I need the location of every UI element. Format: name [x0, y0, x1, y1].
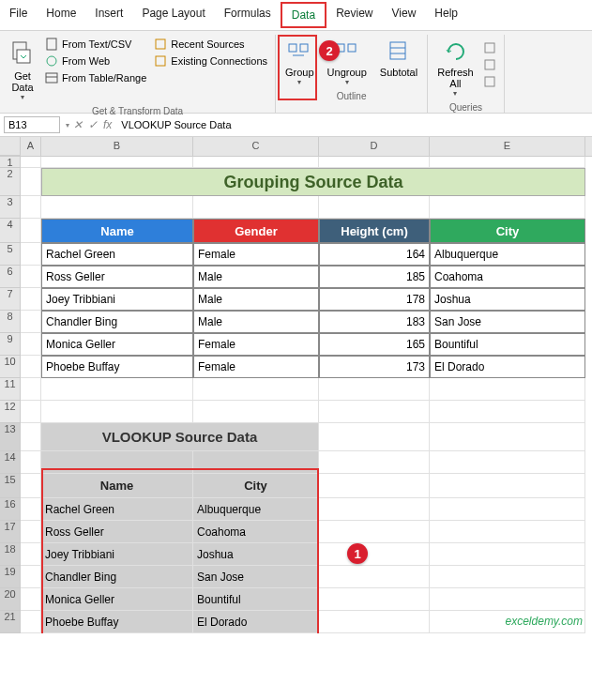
cell-city[interactable]: San Jose: [430, 311, 585, 333]
cell-city[interactable]: Bountiful: [430, 333, 585, 356]
cell-height[interactable]: 164: [319, 243, 430, 266]
header-name[interactable]: Name: [41, 219, 193, 243]
cell-gender[interactable]: Female: [193, 356, 319, 378]
subtotal-button[interactable]: Subtotal: [376, 37, 421, 88]
existing-connections-button[interactable]: Existing Connections: [152, 53, 269, 68]
refresh-all-button[interactable]: Refresh All ▾: [433, 37, 478, 99]
table-row: Joey Tribbiani Male 178 Joshua: [21, 288, 585, 311]
row-12[interactable]: 12: [0, 401, 21, 423]
row-4[interactable]: 4: [0, 219, 21, 243]
row-18[interactable]: 18: [0, 543, 21, 566]
header-height[interactable]: Height (cm): [319, 219, 430, 243]
select-all-cell[interactable]: [0, 137, 21, 156]
tab-view[interactable]: View: [383, 2, 426, 28]
cell-city[interactable]: El Dorado: [430, 356, 585, 378]
from-text-csv-button[interactable]: From Text/CSV: [43, 37, 148, 52]
row-7[interactable]: 7: [0, 288, 21, 311]
row-11[interactable]: 11: [0, 378, 21, 401]
row-15[interactable]: 15: [0, 474, 21, 498]
watermark: exceldemy.com: [506, 615, 583, 628]
cell-gender[interactable]: Female: [193, 333, 319, 356]
tab-help[interactable]: Help: [425, 2, 467, 28]
svg-point-3: [47, 56, 56, 66]
worksheet: A B C D E 1 2 3 4 5 6 7 8 9 10 11 12 13 …: [0, 137, 592, 633]
cell-city[interactable]: Coahoma: [430, 266, 585, 288]
name-box[interactable]: [4, 116, 60, 133]
row-5[interactable]: 5: [0, 243, 21, 266]
row-17[interactable]: 17: [0, 521, 21, 543]
col-E[interactable]: E: [430, 137, 585, 156]
table-row: Monica Geller Female 165 Bountiful: [21, 333, 585, 356]
chevron-down-icon: ▾: [345, 78, 349, 86]
queries-btn-1[interactable]: [481, 40, 498, 55]
col-B[interactable]: B: [41, 137, 193, 156]
header-city[interactable]: City: [430, 219, 585, 243]
tab-file[interactable]: File: [0, 2, 37, 28]
cell-gender[interactable]: Male: [193, 288, 319, 311]
cell-height[interactable]: 173: [319, 356, 430, 378]
row-16[interactable]: 16: [0, 498, 21, 521]
cell-name[interactable]: Monica Geller: [41, 333, 193, 356]
group-queries: Refresh All ▾ Queries: [428, 35, 505, 113]
tab-pagelayout[interactable]: Page Layout: [132, 2, 214, 28]
connections-icon: [154, 54, 167, 68]
enter-icon[interactable]: ✓: [88, 118, 98, 131]
col-D[interactable]: D: [319, 137, 430, 156]
cell-height[interactable]: 178: [319, 288, 430, 311]
vlookup-title[interactable]: VLOOKUP Source Data: [41, 423, 319, 451]
header-gender[interactable]: Gender: [193, 219, 319, 243]
row-19[interactable]: 19: [0, 566, 21, 588]
cell-height[interactable]: 165: [319, 333, 430, 356]
group-button[interactable]: Group ▾: [281, 37, 318, 88]
cancel-icon[interactable]: ✕: [73, 118, 83, 131]
get-data-icon: [9, 38, 36, 68]
queries-btn-2[interactable]: [481, 57, 498, 72]
row-2[interactable]: 2: [0, 168, 21, 196]
tab-review[interactable]: Review: [326, 2, 382, 28]
cell-name[interactable]: Phoebe Buffay: [41, 356, 193, 378]
cell-city[interactable]: Joshua: [430, 288, 585, 311]
row-21[interactable]: 21: [0, 611, 21, 633]
formula-bar[interactable]: VLOOKUP Source Data: [115, 117, 592, 132]
row-20[interactable]: 20: [0, 588, 21, 611]
tab-home[interactable]: Home: [37, 2, 85, 28]
cell-gender[interactable]: Female: [193, 243, 319, 266]
tab-formulas[interactable]: Formulas: [215, 2, 281, 28]
cell-gender[interactable]: Male: [193, 266, 319, 288]
row-13[interactable]: 13: [0, 423, 21, 451]
cell-name[interactable]: Joey Tribbiani: [41, 288, 193, 311]
row-3[interactable]: 3: [0, 196, 21, 219]
cell-gender[interactable]: Male: [193, 311, 319, 333]
cell-city[interactable]: Albuquerque: [430, 243, 585, 266]
formula-bar-row: ▾ ✕ ✓ fx VLOOKUP Source Data: [0, 114, 592, 137]
col-C[interactable]: C: [193, 137, 319, 156]
formula-bar-icons: ✕ ✓ fx: [69, 118, 115, 131]
fx-icon[interactable]: fx: [103, 118, 112, 131]
svg-rect-8: [289, 44, 296, 52]
get-data-button[interactable]: Get Data ▾: [6, 37, 39, 103]
cell-name[interactable]: Ross Geller: [41, 266, 193, 288]
group-label-outline: Outline: [281, 88, 421, 103]
cell-height[interactable]: 185: [319, 266, 430, 288]
row-9[interactable]: 9: [0, 333, 21, 356]
group-icon: [287, 38, 311, 65]
title-banner[interactable]: Grouping Source Data: [41, 168, 585, 196]
row-1[interactable]: 1: [0, 157, 21, 168]
row-6[interactable]: 6: [0, 266, 21, 288]
svg-rect-7: [156, 56, 165, 66]
row-8[interactable]: 8: [0, 311, 21, 333]
queries-btn-3[interactable]: [481, 74, 498, 89]
col-A[interactable]: A: [21, 137, 41, 156]
recent-sources-button[interactable]: Recent Sources: [152, 37, 269, 52]
cell-name[interactable]: Rachel Green: [41, 243, 193, 266]
from-table-button[interactable]: From Table/Range: [43, 70, 148, 85]
from-web-button[interactable]: From Web: [43, 53, 148, 68]
row-14[interactable]: 14: [0, 451, 21, 474]
row-10[interactable]: 10: [0, 356, 21, 378]
cell-height[interactable]: 183: [319, 311, 430, 333]
menu-bar: File Home Insert Page Layout Formulas Da…: [0, 0, 592, 31]
ribbon: Get Data ▾ From Text/CSV From Web From T…: [0, 31, 592, 114]
cell-name[interactable]: Chandler Bing: [41, 311, 193, 333]
tab-data[interactable]: Data: [281, 2, 326, 28]
tab-insert[interactable]: Insert: [85, 2, 132, 28]
